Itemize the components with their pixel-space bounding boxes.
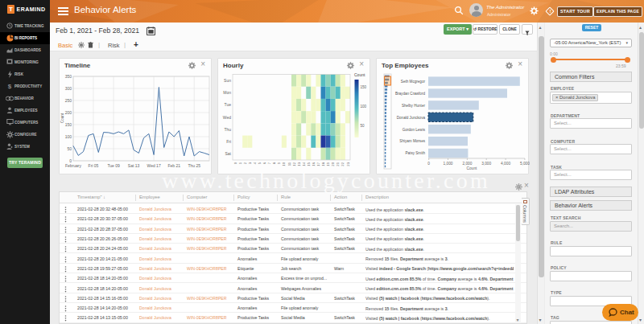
svg-text:Gordon Lewis: Gordon Lewis: [402, 128, 426, 132]
svg-text:50: 50: [361, 124, 365, 128]
svg-text:5,000: 5,000: [520, 162, 530, 166]
svg-text:150: 150: [65, 122, 72, 127]
svg-text:10: 10: [282, 162, 286, 166]
svg-text:21: 21: [336, 162, 340, 166]
svg-text:Fri: Fri: [226, 139, 231, 144]
svg-text:Fri 05: Fri 05: [89, 163, 99, 168]
svg-text:23: 23: [346, 162, 350, 166]
svg-text:Count: Count: [60, 113, 64, 123]
svg-text:Mon: Mon: [223, 90, 231, 95]
svg-text:350: 350: [65, 74, 72, 79]
svg-text:50: 50: [67, 146, 72, 151]
svg-text:6: 6: [262, 162, 266, 164]
svg-text:Tue: Tue: [225, 102, 232, 107]
svg-text:200: 200: [65, 110, 72, 115]
svg-text:250: 250: [65, 98, 72, 103]
svg-text:9: 9: [277, 162, 281, 164]
svg-text:22: 22: [341, 162, 345, 166]
svg-text:4: 4: [253, 162, 257, 164]
svg-text:13: 13: [297, 162, 301, 166]
svg-text:11: 11: [287, 162, 291, 166]
svg-text:Braydan Crawford: Braydan Crawford: [395, 92, 425, 96]
svg-text:0: 0: [233, 162, 237, 164]
svg-text:14: 14: [302, 162, 306, 166]
svg-text:2: 2: [243, 162, 247, 164]
svg-text:1: 1: [238, 162, 242, 164]
svg-text:Shiyam Morses: Shiyam Morses: [399, 139, 425, 143]
svg-text:Wed: Wed: [223, 115, 231, 120]
svg-text:17: 17: [316, 162, 320, 166]
svg-text:300: 300: [65, 86, 72, 91]
svg-text:Donald Junckova: Donald Junckova: [397, 116, 426, 120]
svg-text:0: 0: [69, 158, 72, 163]
svg-text:100: 100: [65, 134, 72, 139]
svg-text:4,000: 4,000: [501, 162, 510, 166]
svg-text:0: 0: [427, 162, 430, 166]
svg-text:150: 150: [361, 85, 367, 89]
svg-text:18: 18: [321, 162, 325, 166]
svg-text:Sat: Sat: [225, 151, 231, 156]
svg-text:Thu: Thu: [224, 127, 231, 132]
svg-text:100: 100: [361, 105, 367, 109]
svg-text:3,000: 3,000: [481, 162, 491, 166]
svg-text:Shelby Hunter: Shelby Hunter: [402, 104, 426, 108]
svg-text:Tue 09: Tue 09: [107, 163, 120, 168]
svg-text:19: 19: [326, 162, 330, 166]
svg-text:Seth Mcgregor: Seth Mcgregor: [401, 80, 426, 84]
svg-text:20: 20: [331, 162, 335, 166]
svg-text:Wed 17: Wed 17: [147, 163, 161, 168]
svg-text:12: 12: [292, 162, 296, 166]
svg-text:Count: Count: [354, 72, 365, 77]
svg-text:5: 5: [258, 162, 262, 164]
svg-text:Sat 13: Sat 13: [128, 163, 140, 168]
svg-text:16: 16: [312, 162, 316, 166]
svg-text:1,000: 1,000: [443, 162, 452, 166]
svg-text:7: 7: [267, 162, 271, 164]
svg-text:8: 8: [272, 162, 276, 164]
svg-text:3: 3: [248, 162, 252, 164]
svg-text:2,000: 2,000: [462, 162, 472, 166]
svg-text:Sun: Sun: [224, 78, 231, 83]
svg-text:15: 15: [307, 162, 311, 166]
svg-text:Patsy Smith: Patsy Smith: [405, 151, 425, 155]
svg-text:February: February: [65, 163, 82, 168]
